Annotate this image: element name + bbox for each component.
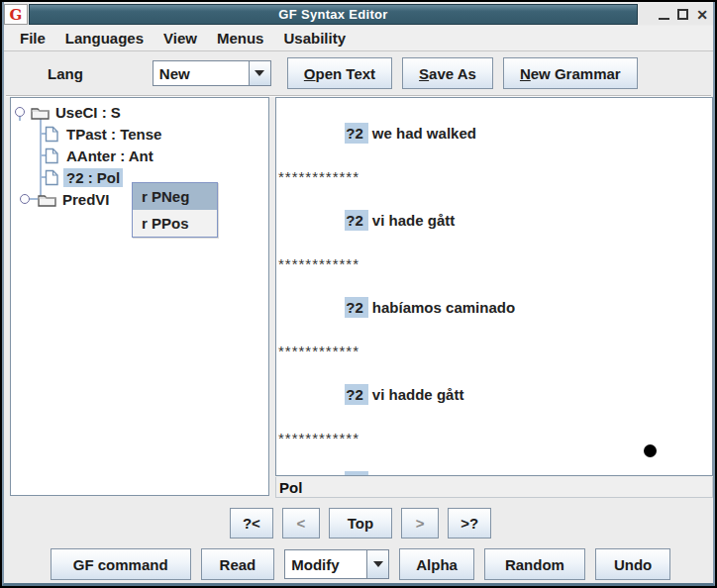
- new-grammar-rest: ew Grammar: [531, 65, 621, 82]
- folder-icon: [31, 105, 50, 120]
- folder-icon: [38, 192, 56, 207]
- metavariable-chip[interactable]: ?2: [345, 384, 368, 405]
- status-bar: Pol: [275, 477, 713, 498]
- undo-button[interactable]: Undo: [595, 548, 670, 580]
- next-metavariable-button[interactable]: >?: [448, 508, 491, 539]
- sentence-text: vi hade gått: [372, 212, 455, 229]
- tree-connector: [30, 198, 38, 200]
- menu-menus[interactable]: Menus: [207, 28, 274, 49]
- separator-line: ************: [276, 166, 712, 188]
- gf-command-button[interactable]: GF command: [51, 548, 191, 580]
- action-row: GF command Read Modify Alpha Random Undo: [2, 545, 717, 583]
- tree-node-label: AAnter : Ant: [63, 147, 156, 165]
- document-icon: [45, 169, 59, 186]
- expand-handle-icon[interactable]: [15, 107, 25, 117]
- language-select[interactable]: New: [153, 60, 271, 86]
- menu-file[interactable]: File: [10, 28, 55, 49]
- focused-category-label: Pol: [279, 479, 302, 496]
- modify-select[interactable]: Modify: [284, 549, 389, 579]
- navigation-row: ?< < Top > >?: [2, 503, 717, 542]
- tree-row-useci[interactable]: UseCI : S: [31, 101, 124, 123]
- linearization-pane[interactable]: ?2we had walked ************ ?2vi hade g…: [275, 97, 713, 476]
- document-icon: [45, 147, 59, 164]
- lang-label: Lang: [48, 65, 83, 82]
- window-title: GF Syntax Editor: [29, 4, 638, 25]
- cursor-dot: [644, 444, 657, 457]
- metavariable-chip[interactable]: ?2: [345, 123, 368, 144]
- new-grammar-button[interactable]: New Grammar: [503, 57, 638, 89]
- language-select-value: New: [154, 61, 249, 85]
- tree-node-label: TPast : Tense: [63, 125, 164, 144]
- open-text-rest: pen Text: [316, 65, 376, 82]
- tree-connector: [40, 118, 42, 199]
- new-grammar-mnemonic: N: [520, 65, 531, 82]
- save-as-mnemonic: S: [419, 65, 429, 82]
- tree-row-metavariable[interactable]: ?2 : Pol: [45, 166, 123, 188]
- prev-metavariable-button[interactable]: ?<: [230, 508, 273, 539]
- chevron-down-icon[interactable]: [366, 550, 388, 578]
- app-window: G GF Syntax Editor ✕ File Languages View…: [0, 0, 717, 588]
- popup-item-pneg[interactable]: r PNeg: [133, 183, 217, 210]
- separator-line: ************: [276, 253, 712, 275]
- open-text-mnemonic: O: [304, 65, 316, 82]
- top-button[interactable]: Top: [329, 508, 392, 539]
- chevron-down-icon[interactable]: [249, 61, 270, 85]
- syntax-tree-pane[interactable]: UseCI : S TPast : Tense AAnter : Ant: [10, 97, 269, 496]
- toolbar: Lang New Open Text Save As New Grammar: [4, 52, 713, 94]
- sentence-text: we had walked: [372, 125, 476, 142]
- tree-node-label-selected: ?2 : Pol: [63, 168, 123, 187]
- window-controls: ✕: [638, 4, 713, 25]
- tree-row-predvi[interactable]: PredVI: [38, 188, 113, 210]
- menu-languages[interactable]: Languages: [55, 28, 154, 49]
- minimize-icon[interactable]: [659, 10, 669, 20]
- close-icon[interactable]: ✕: [696, 8, 708, 22]
- output-line: ?2we had walked: [276, 101, 712, 166]
- alpha-button[interactable]: Alpha: [399, 548, 474, 580]
- modify-select-value: Modify: [285, 550, 366, 578]
- menu-view[interactable]: View: [154, 28, 207, 49]
- tree-node-label: UseCI : S: [52, 103, 124, 122]
- tree-row-tpast[interactable]: TPast : Tense: [45, 123, 164, 145]
- menu-bar: File Languages View Menus Usability: [4, 26, 713, 51]
- metavariable-chip[interactable]: ?2: [345, 210, 368, 231]
- save-as-button[interactable]: Save As: [402, 57, 493, 89]
- title-bar[interactable]: G GF Syntax Editor ✕: [4, 4, 713, 25]
- main-area: UseCI : S TPast : Tense AAnter : Ant: [2, 97, 717, 503]
- output-line: ?2vi hade gått: [276, 188, 712, 253]
- maximize-icon[interactable]: [677, 9, 688, 20]
- popup-item-ppos[interactable]: r PPos: [133, 210, 217, 237]
- sentence-text: vi hadde gått: [372, 386, 464, 403]
- refinement-popup-menu: r PNeg r PPos: [132, 182, 218, 238]
- save-as-rest: ave As: [429, 65, 476, 82]
- next-node-button[interactable]: >: [401, 508, 439, 539]
- tree-row-aanter[interactable]: AAnter : Ant: [45, 145, 156, 166]
- document-icon: [45, 126, 59, 143]
- menu-usability[interactable]: Usability: [273, 28, 356, 49]
- metavariable-chip[interactable]: ?2: [345, 297, 368, 318]
- open-text-button[interactable]: Open Text: [287, 57, 392, 89]
- sentence-text: avevamo camminato: [372, 473, 519, 476]
- app-logo-icon: G: [4, 4, 28, 25]
- sentence-text: habíamos caminado: [372, 299, 515, 316]
- tree-connector: [19, 117, 21, 121]
- tree-node-label: PredVI: [59, 190, 113, 209]
- separator-line: ************: [276, 341, 712, 362]
- read-button[interactable]: Read: [201, 548, 275, 580]
- prev-node-button[interactable]: <: [282, 508, 320, 539]
- metavariable-chip[interactable]: ?2: [345, 471, 368, 476]
- output-line: ?2vi hadde gått: [276, 362, 712, 428]
- random-button[interactable]: Random: [484, 548, 585, 580]
- collapse-handle-icon[interactable]: [20, 194, 30, 204]
- output-line: ?2habíamos caminado: [276, 275, 712, 341]
